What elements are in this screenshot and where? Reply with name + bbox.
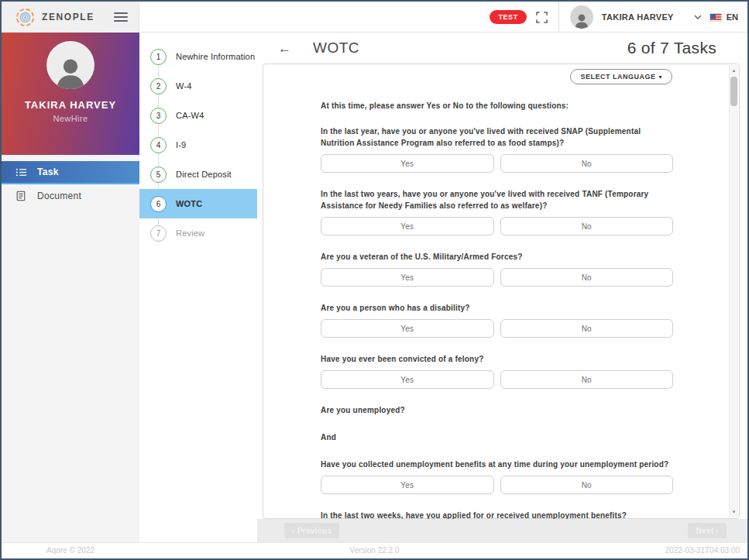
top-bar-actions: TEST TAKIRA HARVEY EN: [490, 2, 747, 33]
answer-row: Yes No: [321, 154, 673, 173]
locale-code: EN: [727, 12, 738, 22]
form-card: SELECT LANGUAGE▾ At this time, please an…: [263, 64, 740, 519]
answer-row: Yes No: [321, 268, 673, 287]
user-avatar: [570, 5, 593, 29]
step-item[interactable]: 7 Review: [139, 218, 257, 248]
question-text: Are you a person who has a disability?: [321, 302, 673, 314]
sidebar-item-label: Document: [37, 191, 81, 201]
step-number: 6: [150, 196, 167, 212]
yes-button[interactable]: Yes: [321, 319, 494, 338]
step-item[interactable]: 6 WOTC: [139, 189, 257, 218]
sidebar-menu: Task Document: [2, 161, 139, 208]
step-label: Direct Deposit: [176, 170, 232, 179]
sidebar-item-document[interactable]: Document: [2, 184, 139, 208]
answer-row: Yes No: [321, 319, 673, 338]
form-intro: At this time, please answer Yes or No to…: [321, 101, 673, 110]
caret-down-icon: ▾: [658, 74, 662, 81]
step-item[interactable]: 2 W-4: [139, 71, 257, 101]
step-item[interactable]: 5 Direct Deposit: [139, 160, 257, 189]
question-block: And: [321, 431, 673, 443]
profile-card: TAKIRA HARVEY NewHire: [2, 33, 139, 155]
question-text: Have you collected unemployment benefits…: [321, 459, 673, 470]
question-text: Are you unemployed?: [321, 404, 673, 416]
yes-button[interactable]: Yes: [321, 476, 494, 494]
chevron-left-icon: ‹: [292, 527, 295, 535]
questions-list: In the last year, have you or anyone you…: [321, 125, 673, 545]
question-text: Are you a veteran of the U.S. Military/A…: [321, 251, 673, 263]
document-icon: [15, 191, 27, 202]
step-label: Review: [176, 228, 204, 238]
step-label: CA-W4: [176, 111, 204, 120]
sidebar-item-label: Task: [37, 167, 59, 177]
sidebar: TAKIRA HARVEY NewHire Task: [2, 33, 139, 542]
app-footer: Aqore © 2022 Version 22.2.0 2022-03-31T0…: [2, 542, 747, 558]
environment-badge: TEST: [490, 10, 526, 24]
fullscreen-icon[interactable]: [536, 12, 548, 23]
no-button[interactable]: No: [500, 154, 674, 173]
user-name: TAKIRA HARVEY: [602, 12, 674, 22]
menu-toggle-icon[interactable]: [114, 10, 128, 24]
question-block: Have you ever been convicted of a felony…: [321, 353, 673, 389]
yes-button[interactable]: Yes: [321, 217, 494, 235]
step-number: 1: [150, 49, 167, 65]
yes-button[interactable]: Yes: [321, 154, 494, 173]
page-title: WOTC: [313, 40, 627, 57]
no-button[interactable]: No: [500, 268, 674, 287]
question-text: Have you ever been convicted of a felony…: [321, 353, 673, 365]
no-button[interactable]: No: [500, 319, 674, 338]
step-item[interactable]: 3 CA-W4: [139, 101, 257, 130]
step-label: I-9: [176, 140, 186, 149]
task-header: ← WOTC 6 of 7 Tasks: [257, 33, 747, 64]
profile-role: NewHire: [2, 114, 139, 123]
step-item[interactable]: 4 I-9: [139, 130, 257, 160]
footer-timestamp: 2022-03-31T04:03:00: [665, 546, 740, 555]
select-language-button[interactable]: SELECT LANGUAGE▾: [570, 69, 672, 84]
pager-next-button[interactable]: Next ›: [688, 523, 727, 538]
question-block: In the last two years, have you or anyon…: [321, 188, 673, 235]
no-button[interactable]: No: [500, 476, 674, 494]
question-text: And: [321, 431, 673, 443]
question-block: In the last year, have you or anyone you…: [321, 125, 673, 173]
scroll-thumb[interactable]: [730, 77, 737, 106]
step-number: 7: [150, 225, 167, 242]
step-number: 5: [150, 167, 167, 183]
brand-logo-icon: [15, 8, 35, 27]
language-selector[interactable]: EN: [709, 12, 747, 22]
no-button[interactable]: No: [500, 370, 674, 389]
no-button[interactable]: No: [500, 217, 674, 235]
steps-list: 1 Newhire Information 2 W-4 3 CA-W4 4 I-…: [139, 33, 257, 248]
yes-button[interactable]: Yes: [321, 268, 494, 287]
step-item[interactable]: 1 Newhire Information: [139, 42, 257, 71]
task-list-icon: [15, 167, 27, 178]
us-flag-icon: [709, 13, 722, 22]
brand-area: ZENOPLE: [2, 2, 139, 33]
question-block: Have you collected unemployment benefits…: [321, 459, 673, 494]
scroll-up-icon[interactable]: ▲: [730, 65, 738, 76]
scroll-down-icon[interactable]: ▼: [730, 507, 738, 517]
user-menu[interactable]: TAKIRA HARVEY: [559, 5, 709, 29]
question-text: In the last two years, have you or anyon…: [321, 188, 673, 211]
app-window: ZENOPLE TEST TAKIRA HARVEY: [0, 0, 749, 560]
language-row: SELECT LANGUAGE▾: [263, 64, 739, 84]
main-content: ← WOTC 6 of 7 Tasks SELECT LANGUAGE▾ At …: [257, 33, 747, 542]
answer-row: Yes No: [321, 370, 673, 389]
yes-button[interactable]: Yes: [321, 370, 494, 389]
back-icon[interactable]: ←: [278, 42, 291, 55]
previous-button[interactable]: ‹ Previous: [284, 523, 339, 538]
scrollbar[interactable]: ▲ ▼: [729, 65, 738, 517]
step-label: WOTC: [176, 199, 202, 208]
step-label: Newhire Information: [176, 52, 255, 61]
question-block: Are you a person who has a disability? Y…: [321, 302, 673, 338]
question-block: Are you a veteran of the U.S. Military/A…: [321, 251, 673, 287]
step-number: 4: [150, 137, 167, 153]
step-label: W-4: [176, 81, 192, 91]
task-steps-panel: 1 Newhire Information 2 W-4 3 CA-W4 4 I-…: [139, 33, 257, 542]
question-text: In the last year, have you or anyone you…: [321, 125, 673, 149]
sidebar-item-task[interactable]: Task: [2, 161, 139, 184]
answer-row: Yes No: [321, 217, 673, 235]
profile-name: TAKIRA HARVEY: [2, 99, 139, 111]
chevron-down-icon: [694, 15, 702, 19]
pager-strip: ‹ Previous Next ›: [257, 519, 747, 542]
tasks-progress: 6 of 7 Tasks: [627, 39, 716, 57]
top-bar: ZENOPLE TEST TAKIRA HARVEY: [2, 2, 747, 33]
